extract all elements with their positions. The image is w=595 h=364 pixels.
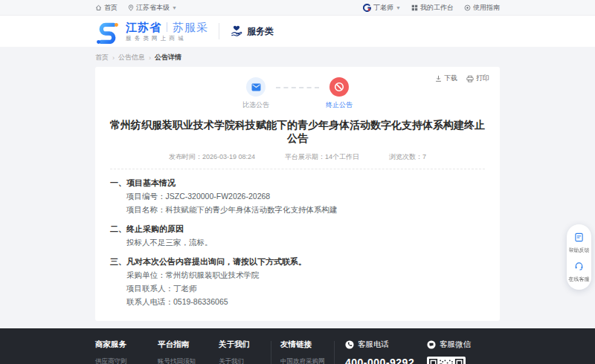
qr-code: S — [427, 357, 466, 364]
prohibition-icon — [334, 82, 344, 92]
feedback-button[interactable]: 帮助反馈 — [567, 232, 591, 254]
feedback-doc-icon — [574, 233, 584, 242]
hotline-number: 400-000-9292 — [345, 357, 422, 364]
footer-link[interactable]: 账号找回须知 — [158, 357, 219, 364]
hotline-title: 客服电话 — [358, 339, 389, 350]
top-utility-bar: 首页 江苏省本级 ▼ 丁老师 ▼ 我的工作台 使用指南 — [0, 0, 595, 16]
online-service-button[interactable]: 在线客服 — [567, 261, 591, 283]
step-termination-notice[interactable]: 终止公告 — [319, 77, 359, 110]
topbar-left: 首页 江苏省本级 ▼ — [95, 3, 177, 13]
breadcrumb-home[interactable]: 首页 — [95, 53, 109, 62]
region-label: 江苏省本级 — [136, 3, 170, 13]
footer-link[interactable]: 中国政府采购网 — [280, 357, 334, 364]
header-divider — [219, 23, 219, 39]
headset-icon — [574, 261, 584, 271]
user-org-logo-icon — [363, 4, 371, 12]
footer-link[interactable]: 供应商守则 — [95, 357, 158, 364]
chevron-down-icon: ▼ — [172, 5, 177, 10]
category-badge[interactable]: 服务类 — [230, 25, 274, 38]
topbar-right: 丁老师 ▼ 我的工作台 使用指南 — [363, 3, 500, 13]
online-service-label: 在线客服 — [567, 276, 591, 283]
logo-subtitle: 服务类网上商城 — [126, 36, 208, 42]
step-label: 比选公告 — [236, 100, 276, 110]
section-project-info: 一、项目基本情况 项目编号：JSZC-320000-FW2026-20268 项… — [110, 178, 485, 215]
card-toolbar: 下载 打印 — [435, 74, 489, 83]
breadcrumb-separator: › — [112, 54, 115, 62]
logo-province: 江苏省 — [126, 22, 161, 33]
footer-col-title: 关于我们 — [219, 339, 271, 350]
footer: 商家服务 供应商守则 入驻流程 供应商信息发布规范 平台指南 账号找回须知 隐私… — [0, 328, 595, 364]
step-label: 终止公告 — [319, 100, 359, 110]
download-button[interactable]: 下载 — [435, 74, 457, 83]
topbar-home-link[interactable]: 首页 — [95, 3, 118, 13]
workbench-link[interactable]: 我的工作台 — [411, 3, 454, 13]
location-pin-icon — [128, 4, 134, 11]
footer-col-title: 平台指南 — [158, 339, 219, 350]
print-icon — [466, 75, 474, 82]
section-heading: 二、终止采购的原因 — [110, 224, 485, 235]
user-menu[interactable]: 丁老师 ▼ — [363, 3, 401, 13]
floating-widget: 帮助反馈 在线客服 — [567, 224, 591, 290]
contact-phone: 联系人电话：0519-86336065 — [126, 296, 485, 308]
footer-link[interactable]: 关于我们 — [219, 357, 271, 364]
section-termination-reason: 二、终止采购的原因 投标人不足三家，流标。 — [110, 224, 485, 248]
guide-link[interactable]: 使用指南 — [464, 3, 500, 13]
project-number: 项目编号：JSZC-320000-FW2026-20268 — [126, 191, 485, 202]
footer-col-title: 友情链接 — [280, 339, 334, 350]
phone-icon — [345, 340, 354, 349]
breadcrumb-current: 公告详情 — [155, 53, 181, 62]
service-heart-hand-icon — [230, 25, 243, 38]
footer-col-friend-links: 友情链接 中国政府采购网 — [271, 339, 334, 364]
contact-person: 项目联系人：丁老师 — [126, 283, 485, 294]
purchaser-unit: 采购单位：常州纺织服装职业技术学院 — [126, 270, 485, 281]
chevron-down-icon: ▼ — [396, 5, 401, 10]
project-name: 项目名称：科技赋能下的青少年身体活动数字化支持体系构建 — [126, 204, 485, 215]
user-name: 丁老师 — [373, 3, 393, 13]
home-icon — [95, 4, 102, 11]
footer-col-merchant: 商家服务 供应商守则 入驻流程 供应商信息发布规范 — [95, 339, 158, 364]
envelope-icon — [251, 83, 261, 91]
notice-title: 常州纺织服装职业技术学院科技赋能下的青少年身体活动数字化支持体系构建终止公告 — [110, 119, 485, 146]
notice-meta: 发布时间：2026-03-19 08:24 平台展示期：14个工作日 浏览次数：… — [110, 152, 485, 162]
wechat-title: 客服微信 — [440, 339, 471, 350]
step-bid-notice[interactable]: 比选公告 — [236, 77, 276, 110]
notice-steps: 比选公告 终止公告 — [110, 77, 485, 110]
print-button[interactable]: 打印 — [466, 74, 489, 83]
breadcrumb: 首页 › 公告信息 › 公告详情 — [95, 47, 500, 67]
category-badge-label: 服务类 — [247, 25, 274, 38]
guide-icon — [464, 4, 471, 11]
brand-s-logo-icon — [95, 19, 120, 44]
footer-col-title: 商家服务 — [95, 339, 158, 350]
workbench-icon — [411, 4, 418, 11]
footer-hotline: 客服电话 400-000-9292 工作日：08:00 - 18:00 — [335, 339, 422, 364]
download-icon — [435, 75, 442, 82]
meta-divider — [110, 169, 485, 169]
publish-time: 发布时间：2026-03-19 08:24 — [169, 152, 255, 162]
notice-card: 下载 打印 比选公告 终止公告 常州纺织服装职业技术学 — [95, 67, 500, 321]
site-logo[interactable]: 江苏省 苏服采 服务类网上商城 — [95, 19, 208, 44]
footer-col-about: 关于我们 关于我们 联系我们 — [219, 339, 271, 364]
display-period: 平台展示期：14个工作日 — [285, 152, 359, 162]
section-heading: 一、项目基本情况 — [110, 178, 485, 189]
section-contact: 三、凡对本次公告内容提出询问，请按以下方式联系。 采购单位：常州纺织服装职业技术… — [110, 256, 485, 308]
logo-brand: 苏服采 — [173, 22, 208, 33]
site-header: 江苏省 苏服采 服务类网上商城 服务类 — [0, 16, 595, 47]
logo-text: 江苏省 苏服采 服务类网上商城 — [126, 22, 208, 42]
footer-wechat: 客服微信 — [422, 339, 471, 364]
footer-col-guide: 平台指南 账号找回须知 隐私政策 法律声明 — [158, 339, 219, 364]
termination-reason: 投标人不足三家，流标。 — [126, 237, 485, 248]
topbar-home-label: 首页 — [104, 3, 118, 13]
step-connector — [276, 87, 319, 88]
wechat-icon — [427, 340, 436, 349]
section-heading: 三、凡对本次公告内容提出询问，请按以下方式联系。 — [110, 256, 485, 267]
workbench-label: 我的工作台 — [420, 3, 454, 13]
breadcrumb-separator: › — [149, 54, 151, 62]
print-label: 打印 — [476, 74, 489, 83]
logo-divider — [167, 22, 167, 32]
view-count: 浏览次数：7 — [389, 152, 426, 162]
guide-label: 使用指南 — [473, 3, 500, 13]
feedback-label: 帮助反馈 — [567, 247, 591, 254]
download-label: 下载 — [444, 74, 457, 83]
breadcrumb-notice-list[interactable]: 公告信息 — [118, 53, 145, 62]
region-selector[interactable]: 江苏省本级 ▼ — [128, 3, 177, 13]
